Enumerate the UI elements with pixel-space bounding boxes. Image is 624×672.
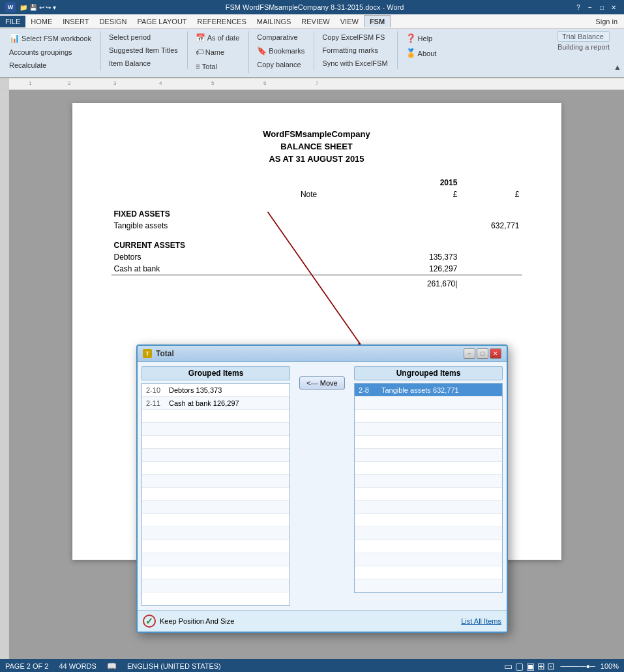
ribbon-group-3: 📅 As of date 🏷 Name ≡ Total	[189, 31, 250, 73]
grouped-items-header: Grouped Items	[141, 366, 290, 380]
table-note-row: Note £ £	[111, 189, 522, 200]
sign-in-link[interactable]: Sign in	[589, 15, 624, 28]
select-fsm-workbook-btn[interactable]: 📊 Select FSM workbook	[5, 31, 95, 45]
empty-row	[355, 410, 502, 423]
sync-excelfsm-btn[interactable]: Sync with ExcelFSM	[318, 57, 391, 69]
workbook-icon: 📊	[9, 33, 20, 43]
menu-review[interactable]: REVIEW	[296, 16, 334, 27]
list-item[interactable]: 2-10 Debtors 135,373	[142, 384, 290, 397]
menu-page-layout[interactable]: PAGE LAYOUT	[132, 16, 192, 27]
move-button[interactable]: <--- Move	[299, 376, 344, 389]
building-report-label: Building a report	[557, 43, 610, 51]
bookmarks-btn[interactable]: 🔖 Bookmarks	[253, 44, 308, 57]
doc-subtitle: AS AT 31 AUGUST 2015	[111, 154, 522, 164]
horizontal-ruler: 1 2 3 4 5 6 7	[9, 78, 624, 89]
bookmark-icon: 🔖	[257, 46, 267, 55]
close-btn[interactable]: ✕	[608, 2, 619, 12]
menu-bar: FILE HOME INSERT DESIGN PAGE LAYOUT REFE…	[0, 14, 624, 29]
total-dialog[interactable]: T Total − □ ✕ Grouped Items	[136, 344, 508, 633]
as-of-date-btn[interactable]: 📅 As of date	[192, 31, 244, 44]
page-info: PAGE 2 OF 2	[5, 662, 48, 670]
dialog-icon: T	[143, 349, 152, 358]
empty-row	[142, 436, 290, 449]
cash-at-bank-row: Cash at bank 126,297	[111, 263, 522, 275]
empty-row	[355, 527, 502, 540]
name-btn[interactable]: 🏷 Name	[192, 46, 228, 59]
ruler: 1 2 3 4 5 6 7	[0, 78, 624, 90]
document-area: WordFSMsampleCompany BALANCE SHEET AS AT…	[9, 90, 624, 659]
empty-row	[142, 579, 290, 592]
empty-row	[355, 462, 502, 475]
keep-position-checkbox[interactable]: ✓	[143, 615, 156, 628]
dialog-minimize-btn[interactable]: −	[464, 348, 475, 359]
ungrouped-items-list[interactable]: 2-8 Tangible assets 632,771	[354, 383, 503, 593]
help-btn-ribbon[interactable]: ❓ Help	[402, 31, 437, 45]
ribbon-group-4: Comparative 🔖 Bookmarks Copy balance	[250, 31, 314, 70]
accounts-groupings-btn[interactable]: Accounts groupings	[5, 46, 76, 58]
grouped-items-list[interactable]: 2-10 Debtors 135,373 2-11 Cash at bank 1…	[141, 383, 290, 606]
currency-header-2: £	[460, 189, 522, 200]
ribbon-collapse-btn[interactable]: ▲	[614, 63, 621, 72]
balance-sheet-table: 2015 Note £ £ FIXED ASSETS Tangible asse…	[111, 177, 522, 290]
empty-row	[355, 397, 502, 410]
zoom-slider[interactable]: ─────●─	[560, 662, 595, 670]
menu-design[interactable]: DESIGN	[94, 16, 132, 27]
keep-position-label: Keep Position And Size	[160, 617, 234, 625]
list-item[interactable]: 2-11 Cash at bank 126,297	[142, 397, 290, 410]
copy-balance-btn[interactable]: Copy balance	[253, 59, 305, 70]
help-icon: ❓	[406, 33, 416, 43]
spelling-icon: 📖	[107, 662, 117, 671]
zoom-level: 100%	[601, 662, 619, 670]
help-btn[interactable]: ?	[573, 2, 584, 12]
empty-row	[142, 592, 290, 605]
empty-row	[355, 540, 502, 553]
ruler-corner	[0, 78, 9, 89]
empty-row	[142, 462, 290, 475]
subtotal-row: 261,670|	[111, 278, 522, 290]
dialog-close-btn[interactable]: ✕	[490, 348, 501, 359]
empty-row	[355, 475, 502, 488]
ribbon-group-5: Copy ExcelFSM FS Formatting marks Sync w…	[316, 31, 397, 69]
menu-home[interactable]: HOME	[25, 16, 57, 27]
keep-position-area: ✓ Keep Position And Size	[143, 615, 234, 628]
empty-row	[355, 449, 502, 462]
dialog-footer: ✓ Keep Position And Size List All Items	[138, 610, 507, 632]
menu-references[interactable]: REFERENCES	[192, 16, 252, 27]
comparative-btn[interactable]: Comparative	[253, 31, 301, 43]
about-btn[interactable]: 🏅 About	[402, 46, 441, 60]
current-assets-header: CURRENT ASSETS	[111, 232, 522, 251]
minimize-btn[interactable]: −	[585, 2, 595, 12]
company-name: WordFSMsampleCompany	[111, 129, 522, 139]
empty-row	[355, 423, 502, 436]
copy-excelfsm-btn[interactable]: Copy ExcelFSM FS	[318, 31, 389, 43]
window-title: FSM WordFSMsampleCompany 8-31-2015.docx …	[56, 3, 573, 11]
formatting-marks-btn[interactable]: Formatting marks	[318, 44, 382, 56]
table-header-row: 2015	[111, 177, 522, 189]
grouped-items-col: Grouped Items 2-10 Debtors 135,373 2-11 …	[141, 366, 290, 606]
trial-balance-label: Trial Balance	[557, 31, 610, 42]
list-all-items-btn[interactable]: List All Items	[461, 617, 501, 625]
menu-fsm[interactable]: FSM	[364, 15, 391, 27]
recalculate-btn[interactable]: Recalculate	[5, 59, 50, 71]
empty-row	[355, 501, 502, 514]
total-btn[interactable]: ≡ Total	[192, 60, 221, 73]
empty-row	[142, 488, 290, 501]
restore-btn[interactable]: □	[597, 2, 607, 12]
menu-mailings[interactable]: MAILINGS	[252, 16, 297, 27]
item-balance-btn[interactable]: Item Balance	[105, 57, 155, 69]
medal-icon: 🏅	[406, 48, 416, 58]
title-bar: W 📁 💾 ↩ ↪ ▾ FSM WordFSMsampleCompany 8-3…	[0, 0, 624, 14]
suggested-item-titles-btn[interactable]: Suggested Item Titles	[105, 44, 182, 56]
empty-row	[355, 553, 502, 566]
menu-view[interactable]: VIEW	[335, 16, 364, 27]
menu-file[interactable]: FILE	[0, 16, 25, 27]
move-btn-area: <--- Move	[293, 366, 351, 606]
menu-insert[interactable]: INSERT	[57, 16, 94, 27]
empty-row	[355, 514, 502, 527]
list-item[interactable]: 2-8 Tangible assets 632,771	[355, 384, 502, 397]
dialog-restore-btn[interactable]: □	[477, 348, 488, 359]
word-count: 44 WORDS	[59, 662, 96, 670]
select-period-btn[interactable]: Select period	[105, 31, 155, 43]
empty-row	[355, 579, 502, 592]
fixed-assets-header: FIXED ASSETS	[111, 200, 522, 220]
